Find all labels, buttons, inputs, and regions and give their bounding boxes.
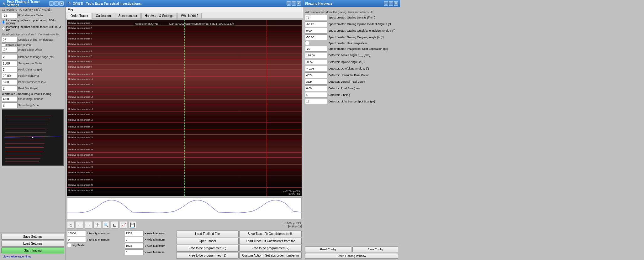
- smooth-order-label: Smoothing Order: [18, 104, 64, 107]
- binning-input[interactable]: [305, 92, 327, 98]
- first-order-spinbox[interactable]: [2, 13, 18, 18]
- image-slicer-label: Image Slicer Yes/No: [6, 43, 64, 46]
- file-menu[interactable]: File: [68, 8, 73, 11]
- horiz-pixel-input[interactable]: [305, 72, 327, 78]
- samples-spinbox[interactable]: [2, 60, 18, 66]
- spectrogram-area[interactable]: Relative trace number 1 Relative trace n…: [67, 20, 302, 196]
- read-config-button[interactable]: Read Config: [305, 247, 351, 252]
- right-close-btn[interactable]: ✕: [394, 1, 398, 6]
- main-close-btn[interactable]: ✕: [297, 1, 301, 6]
- grating-outgoing-input[interactable]: [305, 34, 327, 40]
- trace-label-3: Relative trace number 3: [68, 32, 92, 34]
- main-maximize-btn[interactable]: □: [292, 1, 296, 6]
- outofplane-angle-label: Detector: Outofplane Angle Ω (°): [328, 67, 398, 70]
- save-settings-button[interactable]: Save Settings: [1, 234, 64, 240]
- maximize-btn[interactable]: □: [54, 1, 59, 6]
- x-max-row: X Axis Maximum: [125, 231, 175, 236]
- chart-button[interactable]: 📈: [120, 221, 127, 229]
- radio-bottom-up-input[interactable]: [2, 27, 5, 30]
- imageslicer-sep-input[interactable]: [305, 46, 327, 52]
- samples-label: Samples per Order: [18, 62, 64, 65]
- home-button[interactable]: ⌂: [67, 221, 75, 229]
- main-minimize-btn[interactable]: _: [287, 1, 291, 6]
- y-max-input[interactable]: [125, 243, 144, 249]
- smooth-stiff-spinbox[interactable]: [2, 96, 18, 102]
- x-max-input[interactable]: [125, 231, 144, 236]
- save-config-button[interactable]: Save Config: [352, 247, 399, 252]
- grating-density-input[interactable]: [305, 15, 327, 20]
- intensity-max-input[interactable]: [67, 231, 86, 236]
- peak-width-spinbox[interactable]: [2, 86, 18, 91]
- tab-who-is-yeti[interactable]: Who is Yeti?: [177, 13, 202, 18]
- slider-button[interactable]: ⊟: [111, 221, 119, 229]
- x-max-label: X Axis Maximum: [145, 232, 173, 235]
- log-scale-checkbox[interactable]: [67, 243, 71, 247]
- peak-prom-spinbox[interactable]: [2, 79, 18, 85]
- image-slicer-offset-spinbox[interactable]: [2, 47, 18, 53]
- trace-label-18: Relative trace number 18: [68, 119, 93, 121]
- smooth-order-spinbox[interactable]: [2, 102, 18, 108]
- trace-label-2: Relative trace number 2: [68, 27, 92, 29]
- y-min-input[interactable]: [125, 249, 144, 255]
- trace-label-22: Relative trace number 22: [68, 143, 93, 145]
- load-flatfield-button[interactable]: Load Flatfield File: [176, 231, 239, 237]
- crosshair-button[interactable]: ✛: [93, 221, 101, 229]
- minimize-btn[interactable]: _: [49, 1, 54, 6]
- open-tracer-button[interactable]: Open Tracer: [176, 238, 239, 244]
- view-hide-link[interactable]: View / Hide tracer lines: [1, 254, 64, 259]
- radio-top-down-input[interactable]: [2, 20, 5, 23]
- tab-calibration[interactable]: Calibration: [92, 13, 114, 18]
- trace-label-27: Relative trace number 27: [68, 171, 93, 174]
- horiz-pixel-label: Detector: Horizontal Pixel Count: [328, 74, 398, 77]
- tab-hardware-settings[interactable]: Hardware & Settings: [141, 13, 177, 18]
- outofplane-angle-input[interactable]: [305, 66, 327, 71]
- right-minimize-btn[interactable]: _: [384, 1, 388, 6]
- focal-length-label: Detector: Focal Length fcam (mm): [328, 54, 398, 58]
- imageslicer-sep-label: Spectrometer: Imageslicer Spot Separatio…: [328, 47, 398, 50]
- zoom-button[interactable]: 🔍: [102, 221, 110, 229]
- free-prog-2-button[interactable]: Free to be programmed (2): [239, 245, 302, 252]
- open-floating-window-button[interactable]: Open Floating Window: [305, 253, 398, 259]
- right-maximize-btn[interactable]: □: [389, 1, 393, 6]
- right-titlebar: Floating Hardware _ □ ✕: [303, 0, 400, 7]
- free-prog-1-button[interactable]: Free to be programmed (1): [176, 252, 239, 259]
- close-btn[interactable]: ✕: [59, 1, 64, 6]
- vert-pixel-input[interactable]: [305, 79, 327, 85]
- load-trace-coeff-button[interactable]: Load Trace Fit Coefficients from file: [239, 238, 302, 244]
- peak-dist-spinbox[interactable]: [2, 67, 18, 72]
- tab-bar: Order Tracer Calibration Spectrometer Ha…: [66, 12, 303, 19]
- forward-button[interactable]: →: [85, 221, 92, 229]
- spot-size-input[interactable]: [305, 99, 327, 104]
- start-tracing-button[interactable]: Start Tracing: [1, 247, 64, 253]
- peak-dist-row: Peak Distance (px): [2, 67, 64, 72]
- image-slicer-checkbox[interactable]: [2, 43, 5, 46]
- custom-action-button[interactable]: Custom Action - Set abs order number m: [239, 252, 302, 259]
- image-slicer-checkbox-row: Image Slicer Yes/No: [2, 43, 64, 46]
- peak-height-spinbox[interactable]: [2, 73, 18, 79]
- trace-label-21: Relative trace number 21: [68, 136, 93, 138]
- outofplane-angle-row: Detector: Outofplane Angle Ω (°): [305, 66, 398, 71]
- free-prog-0-button[interactable]: Free to be programmed (0): [176, 245, 239, 252]
- trace-label-4: Relative trace number 4: [68, 38, 92, 40]
- axis-controls: X Axis Maximum X Axis Minimum Y Axis Max…: [125, 231, 175, 255]
- focal-length-input[interactable]: [305, 53, 327, 58]
- spotsize-spinbox[interactable]: [2, 37, 18, 43]
- tab-order-tracer[interactable]: Order Tracer: [67, 13, 92, 19]
- grating-density-row: Spectrometer: Grating Density (l/mm): [305, 15, 398, 20]
- x-min-input[interactable]: [125, 237, 144, 242]
- grating-inplane-input[interactable]: [305, 21, 327, 27]
- radio-top-down-label: Increasing |m| from top to bottom: TOP-D…: [6, 19, 64, 25]
- load-settings-button[interactable]: Load Settings: [1, 241, 64, 247]
- intensity-min-input[interactable]: [67, 237, 86, 242]
- y-max-label: Y Axis Maximum: [145, 244, 173, 247]
- save-plot-button[interactable]: 💾: [129, 221, 136, 229]
- tab-spectrometer[interactable]: Spectrometer: [115, 13, 141, 18]
- back-button[interactable]: ←: [76, 221, 83, 229]
- pixel-size-input[interactable]: [305, 86, 327, 91]
- inplane-angle-input[interactable]: [305, 59, 327, 65]
- img-edge-spinbox[interactable]: [2, 54, 18, 60]
- x-min-row: X Axis Minimum: [125, 237, 175, 242]
- save-trace-coeff-button[interactable]: Save Trace Fit Coefficients to file: [239, 231, 302, 237]
- grating-outofplane-input[interactable]: [305, 28, 327, 34]
- has-imageslicer-checkbox[interactable]: [305, 41, 309, 45]
